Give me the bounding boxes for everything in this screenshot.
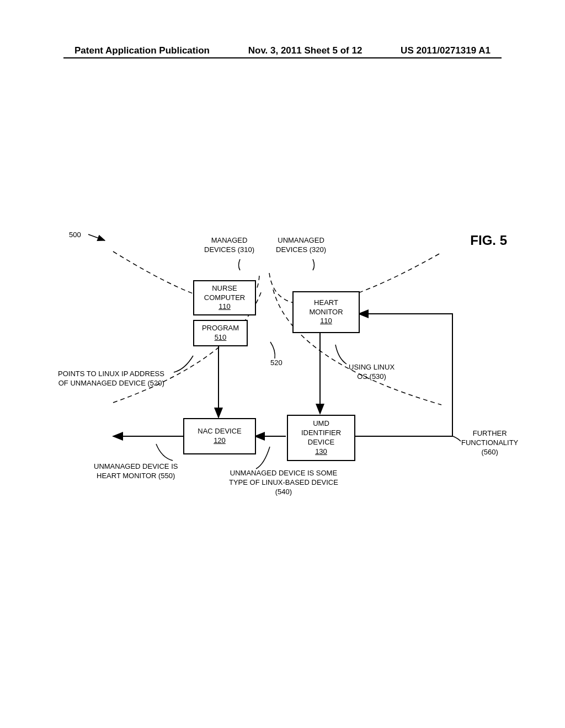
points-to-annotation: POINTS TO LINUX IP ADDRESS OF UNMANAGED …	[58, 370, 164, 388]
header-divider	[63, 57, 502, 58]
using-linux-annotation: USING LINUX OS (530)	[349, 363, 395, 382]
ref-500: 500	[69, 231, 81, 240]
svg-line-1	[88, 234, 105, 240]
managed-devices-label: MANAGED DEVICES (310)	[204, 236, 254, 255]
program-box: PROGRAM 510	[193, 320, 248, 346]
figure-5-diagram: 500 FIG. 5 MANAGED DEVICES (310) UNMANAG…	[0, 221, 565, 563]
header-publication: Patent Application Publication	[74, 45, 210, 56]
heart-monitor-box: HEART MONITOR 110	[292, 291, 360, 333]
linux-based-annotation: UNMANAGED DEVICE IS SOME TYPE OF LINUX-B…	[229, 469, 338, 497]
unmanaged-devices-label: UNMANAGED DEVICES (320)	[276, 236, 326, 255]
heart-monitor-annotation: UNMANAGED DEVICE IS HEART MONITOR (550)	[94, 462, 178, 481]
ref-520: 520	[270, 358, 282, 368]
figure-label: FIG. 5	[470, 233, 507, 248]
diagram-connectors	[0, 221, 565, 563]
header-date-sheet: Nov. 3, 2011 Sheet 5 of 12	[210, 45, 401, 56]
header-patent-number: US 2011/0271319 A1	[401, 45, 491, 56]
umd-identifier-box: UMD IDENTIFIER DEVICE 130	[287, 415, 355, 461]
nurse-computer-box: NURSE COMPUTER 110	[193, 280, 256, 315]
further-functionality-annotation: FURTHER FUNCTIONALITY (560)	[461, 429, 518, 457]
nac-device-box: NAC DEVICE 120	[183, 418, 256, 454]
